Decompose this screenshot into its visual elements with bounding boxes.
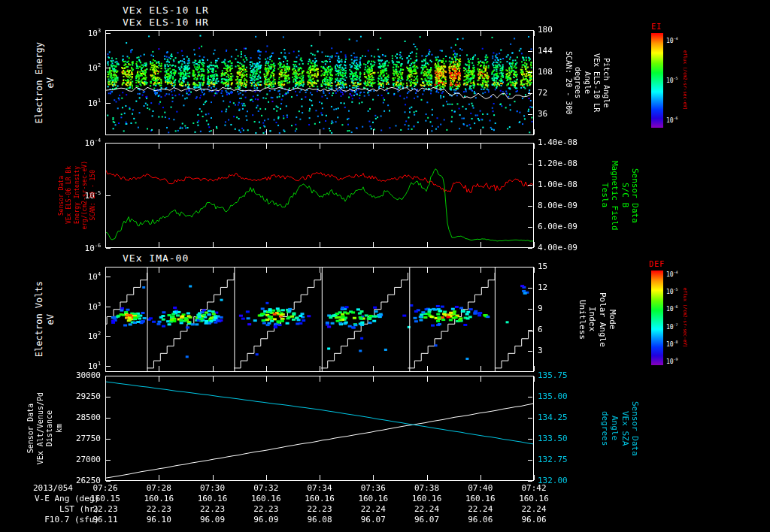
bottom-row-value: 96.09 [195, 515, 231, 524]
ima-colorbar [651, 271, 663, 365]
bottom-row-value: 160.16 [355, 494, 391, 503]
bottom-row-value: 22.24 [355, 505, 391, 514]
panel3-y-axis-title-line: eV [46, 314, 56, 325]
p4-right-tick-mark [528, 460, 532, 461]
p3-right-tick-mark [528, 309, 532, 310]
p1-x-tick-mark [373, 31, 374, 36]
p4-x-tick-mark [105, 475, 106, 480]
p4-left-tick-label: 27000 [69, 455, 101, 464]
time-tick-label: 07:36 [355, 484, 391, 493]
panel4-y-axis-title: Sensor DataVEx Alt/Venus/PdDistancekm [27, 376, 63, 481]
p2-right-tick-label: 1.40e-08 [538, 138, 587, 147]
panel2-right-axis-title-line: Tesla [600, 183, 609, 207]
p1-x-tick-mark [480, 31, 481, 36]
p4-x-tick-mark [213, 475, 214, 480]
intensity-bfield-plot [106, 144, 533, 247]
panel2-y-axis-title-line: Energy Intensity [74, 166, 80, 224]
p1-right-tick-mark [528, 30, 532, 31]
p1-x-tick-mark [159, 31, 159, 36]
panel1-title-hr: VEx ELS-10 HR [123, 17, 209, 28]
p2-right-tick-mark [528, 143, 532, 144]
intensity-bfield-panel [105, 143, 534, 248]
p1-x-tick-mark [213, 129, 214, 135]
p4-left-tick-label: 28500 [69, 413, 101, 422]
p4-x-tick-mark [266, 376, 267, 382]
panel2-y-axis-title-line: Sensor Data [59, 176, 65, 216]
bottom-row-value: 96.09 [248, 515, 284, 524]
panel2-right-axis-title: Sensor DataS/C BMagnetic FieldTesla [600, 143, 639, 248]
distance-sza-plot [106, 376, 533, 480]
bottom-row-value: 22.23 [195, 505, 231, 514]
p4-x-tick-mark [373, 475, 374, 480]
p2-left-tick-mark [106, 195, 111, 196]
p2-right-tick-mark [528, 248, 532, 249]
p1-left-tick-label: 102 [69, 63, 101, 73]
time-tick-label: 07:28 [141, 484, 177, 493]
panel4-right-axis-title: Sensor DataVEx SZAAngledegrees [600, 376, 639, 481]
panel1-right-axis-title-line: Angle [583, 71, 591, 94]
distance-line [106, 404, 533, 478]
p1-right-tick-mark [528, 51, 532, 52]
bottom-row-value: 160.16 [141, 494, 177, 503]
p2-x-tick-mark [373, 144, 374, 149]
p3-x-tick-mark [373, 366, 374, 371]
panel2-right-axis-title-line: S/C B [620, 183, 629, 207]
p1-left-tick-mark [106, 68, 111, 68]
p3-left-tick-label: 103 [69, 302, 101, 312]
p2-x-tick-mark [266, 242, 267, 247]
p4-x-tick-mark [320, 376, 320, 382]
panel3-y-axis-title-line: Electron Volts [35, 281, 44, 357]
p3-right-tick-mark [528, 288, 532, 289]
panel1-right-axis-title-line: Pitch Angle [602, 58, 610, 107]
p4-right-tick-mark [528, 376, 532, 376]
panel4-right-axis-title-line: degrees [600, 411, 609, 446]
bottom-row-value: 96.11 [87, 515, 123, 524]
panel4-right-axis-title-line: VEx SZA [620, 411, 629, 446]
p3-x-tick-mark [427, 366, 428, 371]
p3-x-tick-mark [373, 268, 374, 273]
p2-right-tick-mark [528, 185, 532, 186]
p3-x-tick-mark [213, 268, 214, 273]
p1-x-tick-mark [320, 129, 320, 135]
panel4-y-axis-title-line: km [56, 424, 64, 433]
panel2-y-axis-title-line: erg/(cm2-sr-sec-eV) [82, 161, 88, 230]
p2-left-tick-mark [106, 143, 111, 144]
colorbar2-title: DEF [649, 260, 665, 268]
time-tick-label: 07:34 [302, 484, 338, 493]
p1-left-tick-mark [106, 103, 111, 104]
p1-right-tick-mark [528, 72, 532, 73]
p2-right-tick-mark [528, 227, 532, 228]
p1-left-tick-mark [106, 33, 111, 34]
bottom-row-value: 160.15 [87, 494, 123, 503]
bottom-row-value: 96.06 [462, 515, 499, 524]
p4-left-tick-mark [106, 376, 111, 376]
bottom-row-value: 96.10 [141, 515, 177, 524]
bottom-row-value: 22.23 [302, 505, 338, 514]
bottom-row-value: 22.24 [516, 505, 552, 514]
bottom-row-value: 160.16 [462, 494, 499, 503]
bottom-row-value: 160.16 [195, 494, 231, 503]
panel4-right-axis-title-line: Angle [611, 416, 620, 440]
time-tick-label: 07:32 [248, 484, 284, 493]
panel3-right-axis-title-line: Polar Angle [598, 292, 607, 347]
time-tick-label: 07:26 [87, 484, 123, 493]
p2-x-tick-mark [534, 144, 535, 149]
p4-right-tick-mark [528, 481, 532, 482]
p2-right-tick-label: 6.00e-09 [538, 222, 587, 231]
bottom-row-value: 22.23 [87, 505, 123, 514]
p2-x-tick-mark [159, 144, 159, 149]
p2-right-tick-label: 4.00e-09 [538, 243, 587, 252]
bottom-row-label: LST (hr) [6, 505, 99, 514]
p1-x-tick-mark [427, 129, 428, 135]
p4-left-tick-mark [106, 418, 111, 419]
p4-x-tick-mark [373, 376, 374, 382]
panel1-y-axis-title-line: eV [46, 77, 56, 88]
p1-x-tick-mark [213, 31, 214, 36]
p2-right-tick-mark [528, 164, 532, 165]
p4-right-tick-label: 133.50 [538, 434, 587, 443]
panel3-right-axis-title-line: Mode [608, 310, 617, 330]
panel1-right-axis-title-line: SCAN: 20 - 300 [564, 51, 572, 114]
time-tick-label: 07:38 [409, 484, 445, 493]
els-spectrogram-panel [105, 30, 534, 135]
p1-x-tick-mark [320, 31, 320, 36]
